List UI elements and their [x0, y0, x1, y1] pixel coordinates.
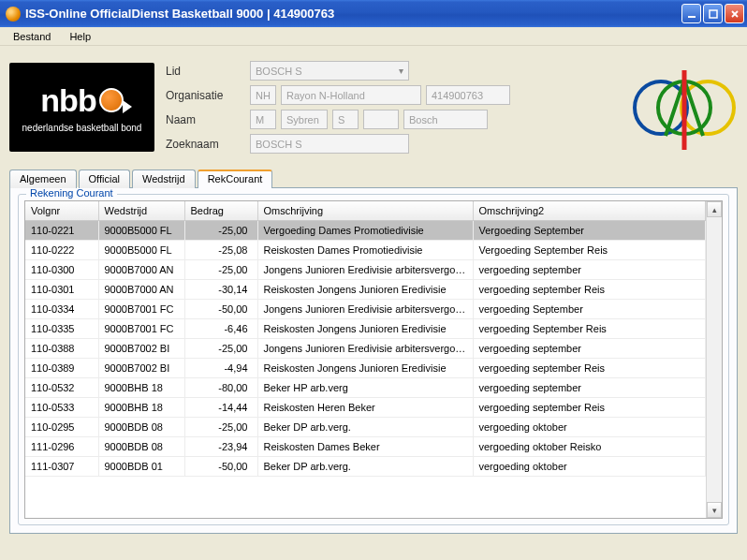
cell-wedstrijd: 9000BDB 08 [98, 436, 184, 456]
cell-bedrag: -4,94 [184, 358, 257, 377]
cell-oms2: vergoeding oktober [473, 456, 706, 476]
col-oms[interactable]: Omschrijving [257, 201, 473, 220]
cell-volgnr: 110-0222 [25, 240, 98, 259]
cell-oms: Reiskosten Dames Promotiedivisie [257, 240, 473, 259]
lid-combo[interactable]: BOSCH S ▾ [250, 61, 409, 81]
tab-wedstrijd[interactable]: Wedstrijd [132, 169, 196, 188]
minimize-button[interactable] [681, 4, 701, 23]
cell-bedrag: -23,94 [184, 436, 257, 456]
cell-volgnr: 110-0532 [25, 377, 98, 397]
menu-bestand[interactable]: Bestand [6, 29, 58, 44]
table-header-row: Volgnr Wedstrijd Bedrag Omschrijving Oms… [25, 201, 706, 220]
cell-wedstrijd: 9000BDB 01 [98, 456, 184, 476]
cell-oms2: vergoeding September [473, 299, 706, 318]
cell-oms: Beker DP arb.verg. [257, 417, 473, 436]
cell-wedstrijd: 9000BHB 18 [98, 377, 184, 397]
cell-oms: Reiskosten Jongens Junioren Eredivisie [257, 358, 473, 377]
scrollbar-vertical[interactable]: ▴ ▾ [706, 201, 722, 518]
naam-last-field[interactable] [403, 110, 488, 129]
cell-volgnr: 110-0301 [25, 279, 98, 299]
table-row[interactable]: 110-02229000B5000 FL-25,08Reiskosten Dam… [25, 240, 706, 259]
table-row[interactable]: 110-03349000B7001 FC-50,00Jongens Junior… [25, 299, 706, 318]
close-button[interactable] [725, 4, 744, 23]
scroll-down-icon[interactable]: ▾ [707, 502, 722, 518]
cell-wedstrijd: 9000B7001 FC [98, 318, 184, 338]
maximize-button[interactable] [703, 4, 723, 23]
scroll-track[interactable] [707, 217, 722, 502]
cell-oms2: vergoeding oktober [473, 417, 706, 436]
cell-bedrag: -30,14 [184, 279, 257, 299]
cell-bedrag: -50,00 [184, 456, 257, 476]
table-row[interactable]: 110-03889000B7002 BI-25,00Jongens Junior… [25, 338, 706, 358]
naam-mid-field[interactable] [363, 110, 399, 129]
table-row[interactable]: 111-03079000BDB 01-50,00Beker DP arb.ver… [25, 456, 706, 476]
org-name-field[interactable] [281, 85, 421, 105]
iss-logo [630, 53, 738, 161]
titlebar: ISS-Online OfficialDienst Basketball 900… [0, 0, 747, 27]
cell-bedrag: -25,08 [184, 240, 257, 259]
cell-oms2: Vergoeding September Reis [473, 240, 706, 259]
svg-rect-0 [688, 16, 696, 18]
cell-bedrag: -80,00 [184, 377, 257, 397]
cell-oms2: vergoeding september [473, 338, 706, 358]
cell-oms2: Vergoeding September [473, 220, 706, 240]
cell-oms2: vergoeding September Reis [473, 318, 706, 338]
cell-wedstrijd: 9000BHB 18 [98, 397, 184, 417]
table-row[interactable]: 110-03019000B7000 AN-30,14Reiskosten Jon… [25, 279, 706, 299]
col-bedrag[interactable]: Bedrag [184, 201, 257, 220]
cell-bedrag: -25,00 [184, 259, 257, 279]
cell-oms: Reiskosten Heren Beker [257, 397, 473, 417]
col-volgnr[interactable]: Volgnr [25, 201, 98, 220]
tab-official[interactable]: Official [79, 169, 130, 188]
table-row[interactable]: 110-02219000B5000 FL-25,00Vergoeding Dam… [25, 220, 706, 240]
table-row[interactable]: 110-05339000BHB 18-14,44Reiskosten Heren… [25, 397, 706, 417]
cell-volgnr: 110-0300 [25, 259, 98, 279]
org-code-field[interactable] [250, 85, 276, 105]
cell-volgnr: 111-0307 [25, 456, 98, 476]
label-zoeknaam: Zoeknaam [166, 138, 250, 151]
table-row[interactable]: 110-05329000BHB 18-80,00Beker HP arb.ver… [25, 377, 706, 397]
table-row[interactable]: 110-03899000B7002 BI-4,94Reiskosten Jong… [25, 358, 706, 377]
arrow-icon [123, 100, 132, 113]
menu-help[interactable]: Help [62, 29, 98, 44]
cell-oms: Beker HP arb.verg [257, 377, 473, 397]
table-row[interactable]: 111-02969000BDB 08-23,94Reiskosten Dames… [25, 436, 706, 456]
cell-bedrag: -25,00 [184, 417, 257, 436]
groupbox-title: Rekening Courant [26, 187, 117, 199]
cell-wedstrijd: 9000B5000 FL [98, 240, 184, 259]
cell-wedstrijd: 9000B7000 AN [98, 279, 184, 299]
cell-wedstrijd: 9000B7002 BI [98, 338, 184, 358]
cell-oms: Reiskosten Dames Beker [257, 436, 473, 456]
col-wedstrijd[interactable]: Wedstrijd [98, 201, 184, 220]
label-lid: Lid [166, 65, 250, 78]
naam-initial-field[interactable] [332, 110, 359, 129]
cell-volgnr: 110-0334 [25, 299, 98, 318]
cell-oms: Jongens Junioren Eredivisie arbitersverg… [257, 299, 473, 318]
header: nbb nederlandse basketball bond Lid BOSC… [0, 46, 747, 169]
form-grid: Lid BOSCH S ▾ Organisatie Naam Zoeknaam [166, 61, 630, 154]
tab-algemeen[interactable]: Algemeen [9, 169, 77, 188]
cell-wedstrijd: 9000B7001 FC [98, 299, 184, 318]
col-oms2[interactable]: Omschrijving2 [473, 201, 706, 220]
zoeknaam-field[interactable] [250, 134, 409, 154]
label-organisatie: Organisatie [166, 89, 250, 102]
org-id-field[interactable] [426, 85, 510, 105]
label-naam: Naam [166, 113, 250, 126]
cell-bedrag: -6,46 [184, 318, 257, 338]
window-title: ISS-Online OfficialDienst Basketball 900… [25, 7, 681, 21]
naam-prefix-field[interactable] [250, 110, 276, 129]
cell-volgnr: 110-0335 [25, 318, 98, 338]
cell-volgnr: 110-0389 [25, 358, 98, 377]
tab-rekcourant[interactable]: RekCourant [198, 169, 273, 188]
tabstrip: Algemeen Official Wedstrijd RekCourant [0, 169, 747, 188]
cell-volgnr: 110-0388 [25, 338, 98, 358]
scroll-up-icon[interactable]: ▴ [707, 201, 722, 217]
cell-wedstrijd: 9000B7002 BI [98, 358, 184, 377]
naam-first-field[interactable] [281, 110, 328, 129]
table-row[interactable]: 110-03359000B7001 FC-6,46Reiskosten Jong… [25, 318, 706, 338]
cell-oms: Reiskosten Jongens Junioren Eredivisie [257, 279, 473, 299]
table-wrap: Volgnr Wedstrijd Bedrag Omschrijving Oms… [24, 200, 723, 519]
table-row[interactable]: 110-03009000B7000 AN-25,00Jongens Junior… [25, 259, 706, 279]
table-row[interactable]: 110-02959000BDB 08-25,00Beker DP arb.ver… [25, 417, 706, 436]
cell-oms2: vergoeding september Reis [473, 397, 706, 417]
